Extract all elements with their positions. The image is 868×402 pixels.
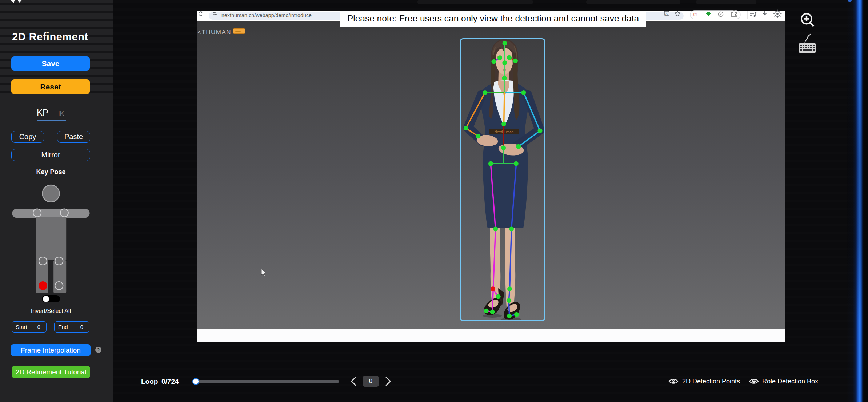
svg-text:m: m (693, 11, 697, 17)
svg-text:A: A (665, 12, 668, 16)
